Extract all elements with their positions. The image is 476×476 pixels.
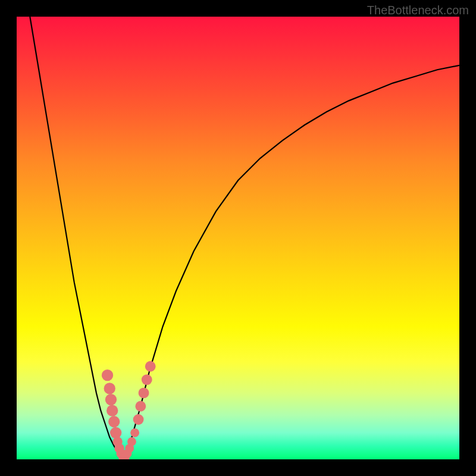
marker-dot bbox=[135, 401, 146, 412]
watermark-text: TheBottleneck.com bbox=[367, 4, 469, 17]
marker-dot bbox=[127, 437, 136, 446]
chart-container: TheBottleneck.com bbox=[0, 0, 476, 476]
curve-right-arm bbox=[123, 65, 459, 459]
marker-dot bbox=[105, 394, 117, 405]
marker-dots bbox=[102, 361, 156, 459]
marker-dot bbox=[104, 383, 115, 394]
plot-area bbox=[17, 17, 459, 459]
marker-dot bbox=[110, 427, 121, 439]
marker-dot bbox=[107, 405, 118, 416]
marker-dot bbox=[142, 374, 152, 385]
curve-lines bbox=[30, 17, 459, 459]
marker-dot bbox=[130, 428, 139, 437]
marker-dot bbox=[108, 416, 120, 427]
marker-dot bbox=[139, 387, 149, 398]
marker-dot bbox=[145, 361, 156, 372]
chart-svg bbox=[17, 17, 459, 459]
marker-dot bbox=[102, 369, 113, 381]
marker-dot bbox=[133, 414, 144, 425]
